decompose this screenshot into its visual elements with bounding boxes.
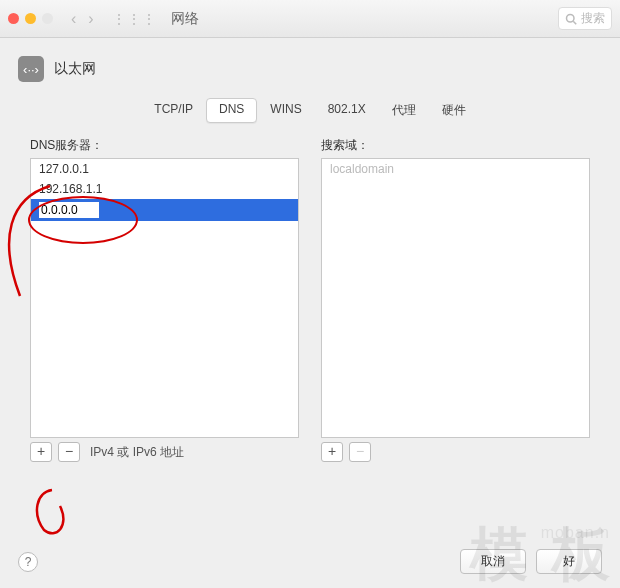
remove-domain-button: − <box>349 442 371 462</box>
search-domains-panel: 搜索域： localdomain + − <box>321 137 590 462</box>
search-domains-list[interactable]: localdomain <box>321 158 590 438</box>
tab-hardware[interactable]: 硬件 <box>429 98 479 123</box>
forward-button: › <box>84 10 97 28</box>
search-icon <box>565 13 577 25</box>
list-item[interactable]: localdomain <box>322 159 589 179</box>
add-domain-button[interactable]: + <box>321 442 343 462</box>
search-domains-label: 搜索域： <box>321 137 590 154</box>
help-button[interactable]: ? <box>18 552 38 572</box>
dns-entry-input[interactable] <box>39 202 99 218</box>
tab-dns[interactable]: DNS <box>206 98 257 123</box>
ethernet-icon: ‹··› <box>18 56 44 82</box>
svg-line-1 <box>573 21 576 24</box>
remove-dns-button[interactable]: − <box>58 442 80 462</box>
window-title: 网络 <box>171 10 199 28</box>
tab-tcpip[interactable]: TCP/IP <box>141 98 206 123</box>
nav-buttons: ‹ › <box>67 10 98 28</box>
tab-8021x[interactable]: 802.1X <box>315 98 379 123</box>
window-controls <box>8 13 53 24</box>
dns-servers-list[interactable]: 127.0.0.1 192.168.1.1 <box>30 158 299 438</box>
add-dns-button[interactable]: + <box>30 442 52 462</box>
tab-proxy[interactable]: 代理 <box>379 98 429 123</box>
tab-bar: TCP/IP DNS WINS 802.1X 代理 硬件 <box>18 98 602 123</box>
dns-servers-panel: DNS服务器： 127.0.0.1 192.168.1.1 + − IPv4 或… <box>30 137 299 462</box>
list-item[interactable]: 192.168.1.1 <box>31 179 298 199</box>
dns-servers-label: DNS服务器： <box>30 137 299 154</box>
interface-header: ‹··› 以太网 <box>18 56 602 82</box>
list-item[interactable]: 127.0.0.1 <box>31 159 298 179</box>
interface-name: 以太网 <box>54 60 96 78</box>
dns-hint: IPv4 或 IPv6 地址 <box>90 444 184 461</box>
svg-point-0 <box>567 14 575 22</box>
minimize-icon[interactable] <box>25 13 36 24</box>
list-item-editing[interactable] <box>31 199 298 221</box>
watermark-url: moban.n <box>541 524 610 542</box>
back-button[interactable]: ‹ <box>67 10 80 28</box>
grid-icon[interactable]: ⋮⋮⋮ <box>112 11 157 27</box>
maximize-icon <box>42 13 53 24</box>
annotation-circle-add <box>30 486 74 538</box>
search-placeholder: 搜索 <box>581 10 605 27</box>
tab-wins[interactable]: WINS <box>257 98 314 123</box>
search-field[interactable]: 搜索 <box>558 7 612 30</box>
window-titlebar: ‹ › ⋮⋮⋮ 网络 搜索 <box>0 0 620 38</box>
close-icon[interactable] <box>8 13 19 24</box>
